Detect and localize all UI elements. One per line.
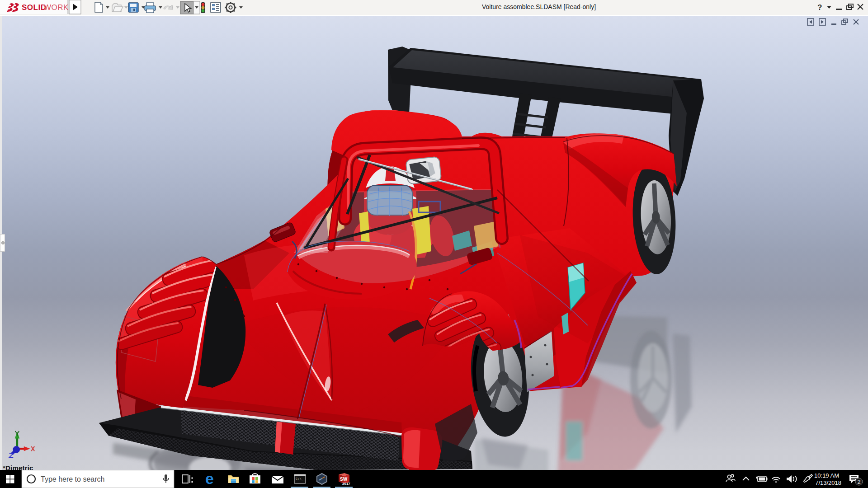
svg-text:e: e bbox=[205, 470, 214, 487]
svg-text:2017: 2017 bbox=[342, 482, 350, 486]
svg-text:2: 2 bbox=[857, 479, 860, 485]
svg-text:C:\_: C:\_ bbox=[296, 477, 304, 481]
svg-text:SW: SW bbox=[340, 477, 348, 482]
svg-text:10:19 AM: 10:19 AM bbox=[814, 472, 839, 479]
svg-text:7/13/2018: 7/13/2018 bbox=[815, 479, 841, 486]
svg-text:Type here to search: Type here to search bbox=[41, 475, 104, 483]
svg-text:Voiture assomblee.SLDASM [Read: Voiture assomblee.SLDASM [Read-only] bbox=[482, 3, 596, 10]
svg-text:SOLID: SOLID bbox=[22, 3, 46, 12]
svg-text:?: ? bbox=[817, 3, 822, 12]
